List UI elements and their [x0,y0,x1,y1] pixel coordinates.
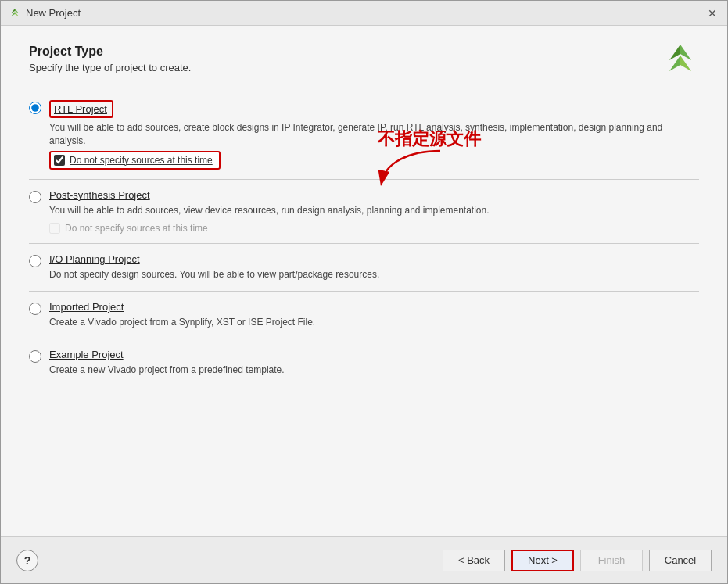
option-io-desc: Do not specify design sources. You will … [49,268,379,281]
radio-rtl[interactable] [29,102,41,114]
sub-label-post-synth: Do not specify sources at this time [65,223,208,234]
option-io-planning: I/O Planning Project Do not specify desi… [29,245,699,289]
footer-buttons: < Back Next > Finish Cancel [443,550,712,571]
option-example: Example Project Create a new Vivado proj… [29,341,699,385]
option-imported: Imported Project Create a Vivado project… [29,293,699,337]
svg-marker-6 [680,56,691,71]
svg-marker-2 [15,12,19,16]
sep1 [29,179,699,180]
svg-marker-7 [669,56,680,71]
option-post-synth-label[interactable]: Post-synthesis Project [49,189,490,201]
option-imported-label[interactable]: Imported Project [49,301,315,313]
option-example-desc: Create a new Vivado project from a prede… [49,364,285,377]
rtl-sub-section: Do not specify sources at this time 不指定源… [49,151,699,170]
checkbox-do-not-specify-rtl[interactable] [54,155,65,166]
cancel-button[interactable]: Cancel [649,550,712,571]
radio-example[interactable] [29,350,41,363]
option-rtl-content: RTL Project You will be able to add sour… [49,100,699,170]
app-icon [9,7,21,20]
option-imported-content: Imported Project Create a Vivado project… [49,301,315,329]
options-list: RTL Project You will be able to add sour… [29,92,699,524]
page-title: Project Type [29,45,699,59]
next-button[interactable]: Next > [511,550,574,571]
option-rtl: RTL Project You will be able to add sour… [29,92,699,177]
window-title: New Project [26,7,81,19]
radio-post-synth[interactable] [29,191,41,203]
help-button[interactable]: ? [16,550,38,571]
annotation-arrow [378,147,472,186]
title-bar-left: New Project [9,7,81,20]
dialog-content: Project Type Specify the type of project… [1,26,727,536]
option-rtl-desc: You will be able to add sources, create … [49,121,699,148]
radio-io-planning[interactable] [29,255,41,267]
vivado-logo [662,41,699,79]
option-post-synth-content: Post-synthesis Project You will be able … [49,189,490,235]
radio-imported[interactable] [29,303,41,315]
option-example-content: Example Project Create a new Vivado proj… [49,349,285,377]
dialog-footer: ? < Back Next > Finish Cancel [1,536,727,583]
rtl-highlight-box: RTL Project [49,100,113,118]
do-not-specify-highlight: Do not specify sources at this time [49,151,221,170]
title-bar: New Project ✕ [1,1,727,26]
finish-button: Finish [580,550,643,571]
sep4 [29,339,699,339]
annotation-text: 不指定源文件 [378,129,481,149]
close-button[interactable]: ✕ [705,6,719,20]
new-project-dialog: New Project ✕ Project Type Specify the t… [0,0,728,584]
sub-label-rtl[interactable]: Do not specify sources at this time [70,155,213,166]
annotation-container: 不指定源文件 [378,127,481,186]
back-button[interactable]: < Back [443,550,505,571]
option-io-label[interactable]: I/O Planning Project [49,253,379,265]
option-post-synth-desc: You will be able to add sources, view de… [49,204,490,217]
option-post-synth: Post-synthesis Project You will be able … [29,181,699,242]
checkbox-do-not-specify-post-synth [49,223,60,234]
option-imported-desc: Create a Vivado project from a Synplify,… [49,316,315,329]
post-synth-sub: Do not specify sources at this time [49,223,490,234]
page-subtitle: Specify the type of project to create. [29,62,699,73]
sep3 [29,291,699,292]
option-io-content: I/O Planning Project Do not specify desi… [49,253,379,281]
sep2 [29,243,699,244]
svg-marker-3 [11,12,15,16]
option-example-label[interactable]: Example Project [49,349,285,360]
option-rtl-label[interactable]: RTL Project [54,103,107,115]
